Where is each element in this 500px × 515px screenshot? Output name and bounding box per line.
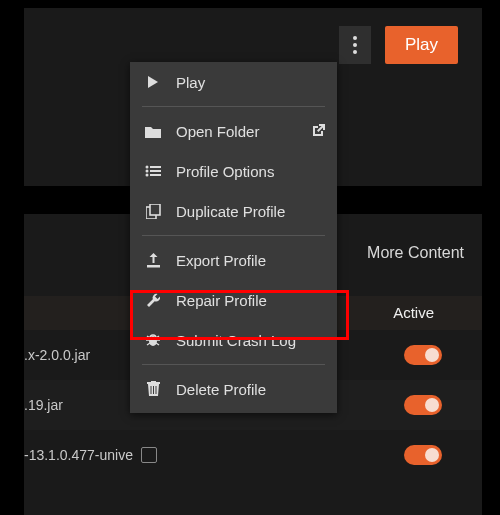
svg-point-2 xyxy=(353,50,357,54)
active-toggle[interactable] xyxy=(404,345,442,365)
tab-more-content[interactable]: More Content xyxy=(367,244,464,262)
file-name: -13.1.0.477-unive xyxy=(24,447,133,463)
menu-item-delete-profile[interactable]: Delete Profile xyxy=(130,369,337,409)
svg-marker-3 xyxy=(148,76,158,88)
menu-item-export-profile[interactable]: Export Profile xyxy=(130,240,337,280)
menu-label: Play xyxy=(176,74,205,91)
menu-item-duplicate-profile[interactable]: Duplicate Profile xyxy=(130,191,337,231)
kebab-menu-button[interactable] xyxy=(339,26,371,64)
svg-point-8 xyxy=(146,174,149,177)
wrench-icon xyxy=(144,291,162,309)
file-meta-icon xyxy=(141,447,157,463)
play-icon xyxy=(144,73,162,91)
trash-icon xyxy=(144,380,162,398)
active-toggle[interactable] xyxy=(404,395,442,415)
menu-label: Submit Crash Log xyxy=(176,332,296,349)
svg-rect-9 xyxy=(150,174,161,176)
menu-item-play[interactable]: Play xyxy=(130,62,337,102)
file-name: .19.jar xyxy=(24,397,63,413)
top-bar: Play xyxy=(339,26,458,64)
menu-item-repair-profile[interactable]: Repair Profile xyxy=(130,280,337,320)
menu-label: Delete Profile xyxy=(176,381,266,398)
svg-point-0 xyxy=(353,36,357,40)
menu-label: Duplicate Profile xyxy=(176,203,285,220)
menu-separator xyxy=(142,106,325,107)
menu-label: Open Folder xyxy=(176,123,259,140)
active-toggle[interactable] xyxy=(404,445,442,465)
svg-point-4 xyxy=(146,166,149,169)
play-button[interactable]: Play xyxy=(385,26,458,64)
svg-point-6 xyxy=(146,170,149,173)
export-icon xyxy=(144,251,162,269)
profile-context-menu: Play Open Folder Profile Options Duplica… xyxy=(130,62,337,413)
menu-item-profile-options[interactable]: Profile Options xyxy=(130,151,337,191)
menu-separator xyxy=(142,235,325,236)
file-name: .x-2.0.0.jar xyxy=(24,347,90,363)
folder-icon xyxy=(144,122,162,140)
bug-icon xyxy=(144,331,162,349)
menu-item-open-folder[interactable]: Open Folder xyxy=(130,111,337,151)
menu-label: Export Profile xyxy=(176,252,266,269)
svg-point-1 xyxy=(353,43,357,47)
more-vert-icon xyxy=(353,36,357,54)
column-header-active: Active xyxy=(393,304,434,321)
svg-rect-5 xyxy=(150,166,161,168)
copy-icon xyxy=(144,202,162,220)
external-link-icon xyxy=(311,124,325,138)
svg-rect-7 xyxy=(150,170,161,172)
menu-label: Profile Options xyxy=(176,163,274,180)
list-icon xyxy=(144,162,162,180)
svg-rect-11 xyxy=(150,204,160,215)
menu-label: Repair Profile xyxy=(176,292,267,309)
menu-separator xyxy=(142,364,325,365)
menu-item-submit-crash-log[interactable]: Submit Crash Log xyxy=(130,320,337,360)
app-frame: Play More Content Active .x-2.0.0.jar .1… xyxy=(0,0,500,515)
table-row[interactable]: -13.1.0.477-unive xyxy=(24,430,482,480)
